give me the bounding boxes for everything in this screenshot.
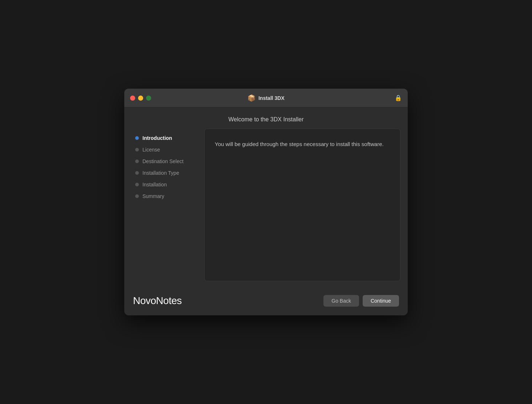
titlebar-title: 📦 Install 3DX bbox=[247, 94, 285, 102]
sidebar-dot-destination-select bbox=[135, 159, 139, 163]
go-back-button[interactable]: Go Back bbox=[323, 295, 359, 307]
maximize-button[interactable] bbox=[146, 96, 151, 101]
brand-name: NovoNotes bbox=[133, 295, 182, 307]
header-text: Welcome to the 3DX Installer bbox=[229, 116, 304, 122]
sidebar-label-introduction: Introduction bbox=[142, 135, 172, 141]
sidebar-dot-license bbox=[135, 148, 139, 152]
minimize-button[interactable] bbox=[138, 96, 143, 101]
sidebar-label-license: License bbox=[142, 147, 160, 153]
sidebar-item-installation-type[interactable]: Installation Type bbox=[132, 167, 204, 179]
sidebar-item-destination-select[interactable]: Destination Select bbox=[132, 155, 204, 167]
main-content: Introduction License Destination Select … bbox=[124, 129, 408, 288]
sidebar-item-introduction[interactable]: Introduction bbox=[132, 132, 204, 144]
traffic-lights bbox=[124, 96, 151, 101]
titlebar-title-text: Install 3DX bbox=[258, 95, 285, 101]
sidebar-label-installation: Installation bbox=[142, 182, 167, 187]
sidebar: Introduction License Destination Select … bbox=[132, 129, 204, 281]
lock-icon: 🔒 bbox=[395, 94, 402, 101]
footer: NovoNotes Go Back Continue bbox=[124, 288, 408, 315]
footer-buttons: Go Back Continue bbox=[323, 295, 399, 307]
titlebar: 📦 Install 3DX 🔒 bbox=[124, 89, 408, 108]
sidebar-label-summary: Summary bbox=[142, 193, 164, 199]
installer-window: 📦 Install 3DX 🔒 Welcome to the 3DX Insta… bbox=[124, 89, 408, 315]
sidebar-label-installation-type: Installation Type bbox=[142, 170, 179, 176]
content-panel: You will be guided through the steps nec… bbox=[204, 129, 400, 281]
sidebar-dot-summary bbox=[135, 194, 139, 198]
sidebar-item-installation[interactable]: Installation bbox=[132, 179, 204, 190]
continue-button[interactable]: Continue bbox=[363, 295, 399, 307]
window-header: Welcome to the 3DX Installer bbox=[124, 108, 408, 129]
package-icon: 📦 bbox=[247, 94, 255, 102]
sidebar-dot-introduction bbox=[135, 136, 139, 140]
sidebar-item-license[interactable]: License bbox=[132, 144, 204, 155]
content-text: You will be guided through the steps nec… bbox=[215, 140, 390, 149]
sidebar-item-summary[interactable]: Summary bbox=[132, 190, 204, 202]
sidebar-dot-installation-type bbox=[135, 171, 139, 175]
sidebar-dot-installation bbox=[135, 183, 139, 186]
sidebar-label-destination-select: Destination Select bbox=[142, 158, 184, 164]
close-button[interactable] bbox=[130, 96, 135, 101]
